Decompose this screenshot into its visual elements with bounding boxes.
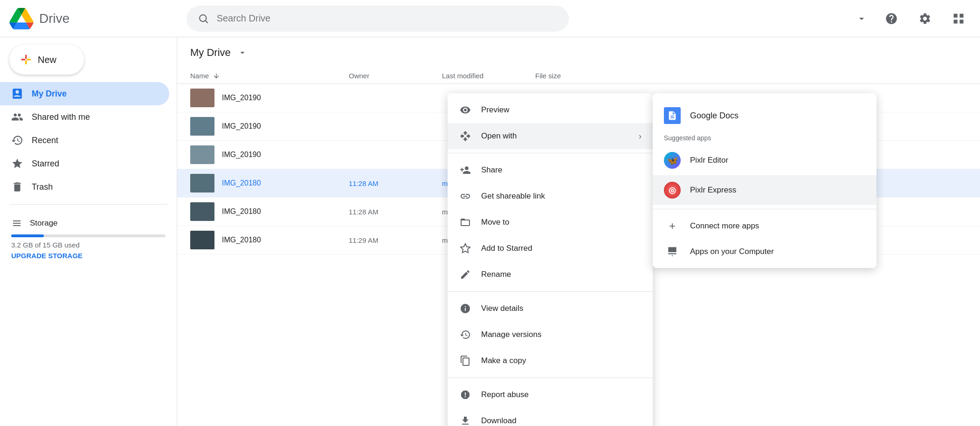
search-icon <box>198 13 209 25</box>
context-menu-view-details[interactable]: View details <box>448 295 653 322</box>
file-thumbnail-1 <box>190 89 214 107</box>
sort-dropdown[interactable] <box>853 10 870 27</box>
connect-more-icon: + <box>664 220 681 233</box>
svg-marker-2 <box>461 244 470 253</box>
sidebar: ✛ New My Drive Shared with me Recent Sta… <box>0 37 177 426</box>
sidebar-item-starred[interactable]: Starred <box>0 152 169 175</box>
file-time-6: 11:29 AM <box>349 236 442 244</box>
context-menu-report-abuse[interactable]: Report abuse <box>448 382 653 408</box>
context-menu-view-details-label: View details <box>481 304 523 313</box>
context-menu-move-to[interactable]: Move to <box>448 209 653 235</box>
download-icon <box>459 414 472 426</box>
open-with-submenu: Google Docs Suggested apps 🦋 Pixlr Edito… <box>653 93 876 268</box>
file-time-5: 11:28 AM <box>349 208 442 216</box>
my-drive-icon <box>11 88 23 100</box>
report-icon <box>459 388 472 401</box>
sidebar-item-my-drive-label: My Drive <box>32 89 67 99</box>
context-menu-add-starred[interactable]: Add to Starred <box>448 235 653 261</box>
file-thumbnail-3 <box>190 145 214 164</box>
context-menu-rename[interactable]: Rename <box>448 261 653 288</box>
storage-used-text: 3.2 GB of 15 GB used <box>11 241 166 249</box>
google-docs-icon <box>664 107 681 124</box>
sidebar-item-shared[interactable]: Shared with me <box>0 105 169 129</box>
view-toggle-button[interactable] <box>946 7 971 31</box>
chevron-down-icon <box>237 48 248 58</box>
context-menu-share-label: Share <box>481 165 502 175</box>
submenu-google-docs[interactable]: Google Docs <box>653 101 876 131</box>
submenu-apps-computer[interactable]: Apps on your Computer <box>653 239 876 264</box>
file-name-6: IMG_20180 <box>222 236 261 244</box>
context-menu-make-copy[interactable]: Make a copy <box>448 348 653 374</box>
apps-computer-label: Apps on your Computer <box>690 247 774 256</box>
sidebar-item-my-drive[interactable]: My Drive <box>0 82 169 105</box>
context-menu-rename-label: Rename <box>481 270 511 279</box>
new-button[interactable]: ✛ New <box>9 45 84 75</box>
pixlr-express-icon: ◎ <box>664 182 681 199</box>
file-owner-4: 11:28 AM <box>349 179 442 187</box>
sidebar-divider <box>9 204 167 205</box>
file-name-3: IMG_20190 <box>222 151 261 159</box>
storage-bar-fill <box>11 234 44 237</box>
rename-icon <box>459 268 472 281</box>
sidebar-item-trash-label: Trash <box>32 182 53 192</box>
app-title: Drive <box>39 11 69 26</box>
submenu-pixlr-editor[interactable]: 🦋 Pixlr Editor <box>653 145 876 175</box>
context-menu-add-starred-label: Add to Starred <box>481 244 532 253</box>
svg-point-0 <box>200 14 206 21</box>
drive-logo-icon <box>9 8 34 29</box>
context-menu-get-link[interactable]: Get shareable link <box>448 183 653 209</box>
sidebar-item-shared-label: Shared with me <box>32 112 90 122</box>
starred-icon <box>11 158 23 170</box>
open-with-arrow-icon: › <box>639 131 642 141</box>
file-name-1: IMG_20190 <box>222 94 261 102</box>
sidebar-item-starred-label: Starred <box>32 159 59 169</box>
context-menu-open-with[interactable]: Open with › <box>448 123 653 149</box>
ctx-divider-2 <box>448 291 653 292</box>
context-menu-download-label: Download <box>481 416 517 426</box>
upgrade-storage-link[interactable]: UPGRADE STORAGE <box>11 252 166 260</box>
context-menu-report-abuse-label: Report abuse <box>481 390 529 399</box>
sidebar-item-trash[interactable]: Trash <box>0 175 169 199</box>
context-menu-download[interactable]: Download <box>448 408 653 426</box>
pixlr-editor-label: Pixlr Editor <box>690 156 728 165</box>
file-thumbnail-4 <box>190 174 214 192</box>
context-menu-preview-label: Preview <box>481 105 509 115</box>
share-icon <box>459 164 472 177</box>
info-icon <box>459 302 472 315</box>
help-button[interactable] <box>879 7 904 31</box>
context-menu-manage-versions-label: Manage versions <box>481 330 541 339</box>
file-thumbnail-6 <box>190 231 214 249</box>
file-breadcrumb: My Drive <box>177 37 980 68</box>
search-bar[interactable] <box>186 6 569 32</box>
search-input[interactable] <box>217 13 558 24</box>
star-icon <box>459 242 472 255</box>
file-thumbnail-2 <box>190 117 214 136</box>
storage-icon <box>11 218 22 229</box>
storage-label: Storage <box>11 218 166 229</box>
col-owner-header: Owner <box>349 72 442 80</box>
header-right <box>853 7 971 31</box>
shared-icon <box>11 111 23 123</box>
sidebar-item-recent[interactable]: Recent <box>0 129 169 152</box>
col-name-header: Name <box>190 72 349 80</box>
file-area: My Drive Name Owner Last modified File s… <box>177 37 980 426</box>
move-to-icon <box>459 216 472 229</box>
copy-icon <box>459 354 472 367</box>
storage-section: Storage 3.2 GB of 15 GB used UPGRADE STO… <box>0 210 177 267</box>
context-menu-share[interactable]: Share <box>448 157 653 183</box>
submenu-divider <box>653 209 876 209</box>
suggested-apps-label: Suggested apps <box>653 131 876 145</box>
context-menu-preview[interactable]: Preview <box>448 97 653 123</box>
sidebar-item-recent-label: Recent <box>32 136 58 145</box>
pixlr-editor-icon: 🦋 <box>664 152 681 169</box>
pixlr-express-label: Pixlr Express <box>690 186 736 195</box>
submenu-pixlr-express[interactable]: ◎ Pixlr Express <box>653 175 876 205</box>
context-menu-manage-versions[interactable]: Manage versions <box>448 322 653 348</box>
context-menu-make-copy-label: Make a copy <box>481 356 526 365</box>
my-drive-title: My Drive <box>190 47 231 59</box>
settings-button[interactable] <box>913 7 937 31</box>
submenu-connect-more[interactable]: + Connect more apps <box>653 213 876 239</box>
col-modified-header: Last modified <box>442 72 535 80</box>
file-name-2: IMG_20190 <box>222 122 261 131</box>
logo-area: Drive <box>9 8 186 29</box>
